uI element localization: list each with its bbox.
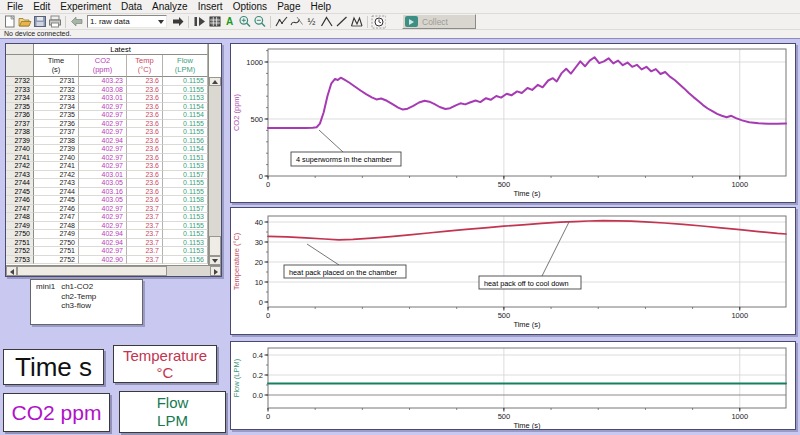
up-arrow-icon bbox=[212, 80, 218, 84]
svg-text:1000: 1000 bbox=[731, 180, 748, 189]
menu-item-file[interactable]: File bbox=[2, 1, 28, 12]
table-scroll-corner bbox=[208, 44, 221, 77]
table-row[interactable]: 27432742403.0123.60.1157 bbox=[6, 171, 208, 180]
table-row[interactable]: 27422741402.9723.60.1153 bbox=[6, 162, 208, 171]
table-row[interactable]: 27392738402.9423.60.1156 bbox=[6, 137, 208, 146]
table-row[interactable]: 27522751402.9723.70.1153 bbox=[6, 247, 208, 256]
table-row[interactable]: 27482747402.9723.70.1153 bbox=[6, 213, 208, 222]
horizontal-scroll-thumb[interactable] bbox=[17, 266, 167, 276]
table-row[interactable]: 27382737402.9723.60.1155 bbox=[6, 128, 208, 137]
forward-arrow-icon[interactable] bbox=[170, 15, 185, 29]
logger-pro-window: FileEditExperimentDataAnalyzeInsertOptio… bbox=[0, 0, 800, 435]
table-row[interactable]: 27372736402.9723.60.1155 bbox=[6, 120, 208, 129]
zoom-in-icon[interactable] bbox=[237, 15, 252, 29]
new-document-icon[interactable] bbox=[2, 15, 17, 29]
table-row[interactable]: 27502749402.9423.70.1152 bbox=[6, 230, 208, 239]
play-icon bbox=[405, 16, 418, 27]
status-text: No device connected. bbox=[4, 30, 71, 37]
data-table-icon[interactable] bbox=[207, 15, 222, 29]
co2-yaxis-label: CO2 (ppm) bbox=[232, 93, 241, 131]
svg-text:1000: 1000 bbox=[731, 412, 748, 421]
table-horizontal-scrollbar[interactable] bbox=[6, 265, 221, 276]
status-bar: No device connected. bbox=[0, 30, 800, 39]
table-row[interactable]: 27532752402.9023.70.1156 bbox=[6, 256, 208, 265]
table-row[interactable]: 27412740402.9723.60.1151 bbox=[6, 154, 208, 163]
down-arrow-icon bbox=[212, 259, 218, 263]
co2-label-box[interactable]: CO2 ppm bbox=[3, 393, 110, 432]
menu-bar: FileEditExperimentDataAnalyzeInsertOptio… bbox=[0, 0, 800, 14]
dataset-selector-value: 1. raw data bbox=[90, 17, 158, 26]
svg-text:0.4: 0.4 bbox=[253, 351, 263, 360]
curve-fit-icon[interactable] bbox=[319, 15, 334, 29]
temperature-label-box[interactable]: Temperature°C bbox=[113, 345, 217, 383]
table-vertical-scrollbar[interactable] bbox=[208, 77, 221, 265]
zoom-out-icon[interactable] bbox=[252, 15, 267, 29]
flow-yaxis-label: Flow (LPM) bbox=[232, 358, 241, 397]
chevron-down-icon bbox=[158, 20, 164, 24]
table-group-header: Latest bbox=[34, 44, 208, 55]
column-header-temp[interactable]: Temp(°C) bbox=[127, 55, 163, 77]
device-channels-box[interactable]: mini1 ch1-CO2 ch2-Temp ch3-flow bbox=[30, 279, 143, 325]
flow-xaxis-label: Time (s) bbox=[513, 421, 541, 430]
data-collection-clock-icon[interactable] bbox=[371, 15, 386, 29]
svg-text:1000: 1000 bbox=[246, 58, 263, 67]
collect-button[interactable]: Collect bbox=[402, 14, 476, 29]
data-table-panel[interactable]: LatestTime(s)CO2(ppm)Temp(°C)Flow(LPM)27… bbox=[5, 43, 222, 277]
table-row[interactable]: 27402739402.9723.60.1154 bbox=[6, 145, 208, 154]
dataset-selector[interactable]: 1. raw data bbox=[87, 15, 167, 28]
menu-item-options[interactable]: Options bbox=[228, 1, 272, 12]
table-row[interactable]: 27342733403.0123.60.1153 bbox=[6, 94, 208, 103]
svg-text:1000: 1000 bbox=[731, 311, 748, 320]
svg-text:heat pack off to cool down: heat pack off to cool down bbox=[484, 279, 569, 288]
svg-text:0.2: 0.2 bbox=[253, 371, 263, 380]
vertical-scroll-thumb[interactable] bbox=[209, 236, 221, 256]
channel-1-label: ch1-CO2 bbox=[61, 282, 96, 292]
time-label-box[interactable]: Time s bbox=[3, 349, 104, 385]
svg-text:500: 500 bbox=[498, 180, 511, 189]
examine-icon[interactable] bbox=[274, 15, 289, 29]
table-row[interactable]: 27352734402.9723.60.1154 bbox=[6, 103, 208, 112]
scroll-left-button[interactable] bbox=[6, 266, 17, 276]
svg-text:500: 500 bbox=[498, 311, 511, 320]
linear-fit-icon[interactable] bbox=[334, 15, 349, 29]
menu-item-insert[interactable]: Insert bbox=[193, 1, 228, 12]
menu-item-help[interactable]: Help bbox=[305, 1, 336, 12]
table-row[interactable]: 27512750402.9423.70.1153 bbox=[6, 239, 208, 248]
co2-xaxis-label: Time (s) bbox=[513, 189, 541, 198]
co2-graph-panel[interactable]: 0500100005001000Time (s)CO2 (ppm)4 super… bbox=[230, 43, 796, 203]
table-row[interactable]: 27472746402.9723.70.1157 bbox=[6, 205, 208, 214]
table-row[interactable]: 27492748402.9723.70.1155 bbox=[6, 222, 208, 231]
menu-item-data[interactable]: Data bbox=[116, 1, 147, 12]
menu-item-page[interactable]: Page bbox=[272, 1, 305, 12]
table-row[interactable]: 27442743403.0523.60.1155 bbox=[6, 179, 208, 188]
menu-item-analyze[interactable]: Analyze bbox=[147, 1, 193, 12]
table-row[interactable]: 27452744403.1623.60.1155 bbox=[6, 188, 208, 197]
svg-text:0: 0 bbox=[266, 311, 270, 320]
menu-item-edit[interactable]: Edit bbox=[28, 1, 55, 12]
save-icon[interactable] bbox=[32, 15, 47, 29]
column-header-co2[interactable]: CO2(ppm) bbox=[79, 55, 127, 77]
flow-graph-panel[interactable]: 050010000.00.20.4Time (s)Flow (LPM) bbox=[230, 341, 796, 430]
print-icon[interactable] bbox=[47, 15, 62, 29]
page-navigation-icon[interactable] bbox=[192, 15, 207, 29]
table-row[interactable]: 27362735402.9723.60.1154 bbox=[6, 111, 208, 120]
column-header-time[interactable]: Time(s) bbox=[34, 55, 79, 77]
flow-label-box[interactable]: FlowLPM bbox=[119, 391, 226, 433]
statistics-icon[interactable]: ½ bbox=[304, 15, 319, 29]
svg-text:0: 0 bbox=[259, 172, 263, 181]
open-folder-icon[interactable] bbox=[17, 15, 32, 29]
text-annotation-icon[interactable]: A bbox=[222, 15, 237, 29]
table-row[interactable]: 27332732403.0823.60.1155 bbox=[6, 86, 208, 95]
temperature-graph-panel[interactable]: 05001000010203040Time (s)Temperature (°C… bbox=[230, 207, 796, 335]
menu-item-experiment[interactable]: Experiment bbox=[55, 1, 116, 12]
table-row[interactable]: 27322731403.2323.60.1155 bbox=[6, 77, 208, 86]
temperature-yaxis-label: Temperature (°C) bbox=[232, 232, 241, 290]
scroll-right-button[interactable] bbox=[210, 266, 221, 276]
table-row[interactable]: 27462745403.0523.60.1158 bbox=[6, 196, 208, 205]
column-header-flow[interactable]: Flow(LPM) bbox=[163, 55, 208, 77]
scroll-down-button[interactable] bbox=[209, 256, 221, 265]
integral-icon[interactable] bbox=[349, 15, 364, 29]
scroll-up-button[interactable] bbox=[209, 77, 221, 86]
back-arrow-icon[interactable] bbox=[69, 15, 84, 29]
tangent-icon[interactable] bbox=[289, 15, 304, 29]
